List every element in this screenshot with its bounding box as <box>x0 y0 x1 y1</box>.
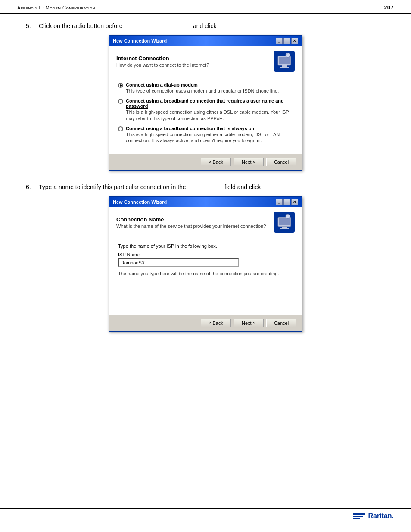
close-button[interactable]: ✕ <box>291 38 298 44</box>
connection-icon <box>276 53 293 70</box>
radio-option-3[interactable]: Connect using a broadband connection tha… <box>118 126 293 144</box>
dialog-1-header: Internet Connection How do you want to c… <box>109 46 302 76</box>
page-footer: Raritan. <box>0 508 411 523</box>
step-6-number: 6. <box>26 184 39 190</box>
radio-option-3-desc: This is a high-speed connection using ei… <box>126 131 293 144</box>
svg-point-4 <box>286 53 290 57</box>
dialog-1-internet-connection: New Connection Wizard _ □ ✕ Internet Con… <box>109 35 302 171</box>
svg-rect-6 <box>279 218 290 225</box>
maximize-button-2[interactable]: □ <box>283 199 290 205</box>
raritan-bar-1 <box>353 513 365 515</box>
radio-dial-up[interactable] <box>118 83 123 88</box>
dialog-1-footer: < Back Next > Cancel <box>109 154 302 170</box>
radio-broadband-pppoe[interactable] <box>118 99 123 104</box>
radio-option-2-label[interactable]: Connect using a broadband connection tha… <box>126 98 293 109</box>
isp-name-label: ISP Name <box>118 252 293 257</box>
step-5-text: Click on the radio button before and cli… <box>39 22 216 29</box>
dialog-1-body: Connect using a dial-up modem This type … <box>109 76 302 154</box>
svg-rect-8 <box>280 228 289 229</box>
radio-option-1-content: Connect using a dial-up modem This type … <box>126 82 293 94</box>
main-content: 5. Click on the radio button before and … <box>0 14 411 353</box>
dialog-2-header-text: Connection Name What is the name of the … <box>116 216 266 229</box>
radio-option-2-desc: This is a high-speed connection using ei… <box>126 109 293 121</box>
maximize-button[interactable]: □ <box>283 38 290 44</box>
dialog-1-back-button[interactable]: < Back <box>201 158 231 166</box>
dialog-1-next-button[interactable]: Next > <box>234 158 264 166</box>
connection-icon-2 <box>276 214 293 231</box>
wizard-icon-2 <box>274 212 295 233</box>
page-header: Appendix E: Modem Configuration 207 <box>0 0 411 14</box>
raritan-logo: Raritan. <box>353 512 394 520</box>
minimize-button-2[interactable]: _ <box>276 199 283 205</box>
dialog-1-cancel-button[interactable]: Cancel <box>266 158 296 166</box>
raritan-icon <box>353 513 365 519</box>
dialog-2-title-bar: New Connection Wizard _ □ ✕ <box>109 197 302 207</box>
minimize-button[interactable]: _ <box>276 38 283 44</box>
svg-point-9 <box>286 214 290 218</box>
svg-rect-7 <box>282 227 287 228</box>
page-number: 207 <box>384 4 394 11</box>
dialog-1-title: New Connection Wizard <box>113 38 167 44</box>
dialog-2-title: New Connection Wizard <box>113 199 167 205</box>
raritan-bar-2 <box>353 516 363 517</box>
dialog-2-connection-name: New Connection Wizard _ □ ✕ Connection N… <box>109 196 302 332</box>
dialog-2-body: Type the name of your ISP in the followi… <box>109 237 302 315</box>
isp-note: The name you type here will be the name … <box>118 271 293 277</box>
wizard-icon-1 <box>274 51 295 72</box>
body-instruction: Type the name of your ISP in the followi… <box>118 243 293 249</box>
raritan-text: Raritan. <box>368 512 394 520</box>
dialog-2-header: Connection Name What is the name of the … <box>109 207 302 237</box>
dialog-2-footer: < Back Next > Cancel <box>109 315 302 331</box>
svg-rect-3 <box>280 67 289 68</box>
radio-option-3-content: Connect using a broadband connection tha… <box>126 126 293 144</box>
isp-name-input[interactable] <box>118 258 239 267</box>
radio-broadband-always-on[interactable] <box>118 126 123 131</box>
dialog-1-controls: _ □ ✕ <box>276 38 298 44</box>
dialog-1-header-title: Internet Connection <box>116 55 209 62</box>
radio-option-2[interactable]: Connect using a broadband connection tha… <box>118 98 293 121</box>
dialog-2-controls: _ □ ✕ <box>276 199 298 205</box>
step-6-line: 6. Type a name to identify this particul… <box>26 184 385 190</box>
dialog-1-header-text: Internet Connection How do you want to c… <box>116 55 209 68</box>
svg-rect-1 <box>279 57 290 64</box>
dialog-1-title-bar: New Connection Wizard _ □ ✕ <box>109 36 302 46</box>
dialog-2-back-button[interactable]: < Back <box>201 319 231 327</box>
radio-option-2-content: Connect using a broadband connection tha… <box>126 98 293 121</box>
step-6-text: Type a name to identify this particular … <box>39 184 261 190</box>
radio-option-1-label[interactable]: Connect using a dial-up modem <box>126 82 293 87</box>
dialog-2-header-subtitle: What is the name of the service that pro… <box>116 224 266 229</box>
dialog-2-next-button[interactable]: Next > <box>234 319 264 327</box>
dialog-2-cancel-button[interactable]: Cancel <box>266 319 296 327</box>
close-button-2[interactable]: ✕ <box>291 199 298 205</box>
radio-option-3-label[interactable]: Connect using a broadband connection tha… <box>126 126 293 131</box>
radio-option-1[interactable]: Connect using a dial-up modem This type … <box>118 82 293 94</box>
raritan-bar-3 <box>353 518 360 519</box>
dialog-2-header-title: Connection Name <box>116 216 266 223</box>
radio-option-1-desc: This type of connection uses a modem and… <box>126 88 293 94</box>
dialog-1-header-subtitle: How do you want to connect to the Intern… <box>116 62 209 68</box>
svg-rect-2 <box>282 65 287 67</box>
step-5-line: 5. Click on the radio button before and … <box>26 22 385 29</box>
header-title: Appendix E: Modem Configuration <box>17 5 95 10</box>
step-5-number: 5. <box>26 22 39 29</box>
